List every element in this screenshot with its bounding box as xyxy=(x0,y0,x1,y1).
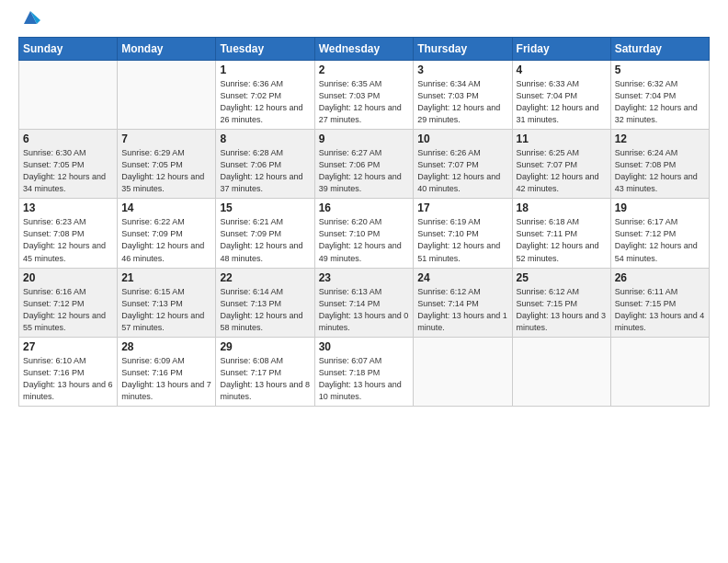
day-info: Sunrise: 6:11 AM Sunset: 7:15 PM Dayligh… xyxy=(615,286,705,334)
day-info: Sunrise: 6:28 AM Sunset: 7:06 PM Dayligh… xyxy=(220,147,310,195)
calendar-cell: 18Sunrise: 6:18 AM Sunset: 7:11 PM Dayli… xyxy=(512,199,610,268)
calendar-cell: 29Sunrise: 6:08 AM Sunset: 7:17 PM Dayli… xyxy=(216,337,314,406)
day-number: 5 xyxy=(615,63,705,76)
calendar-cell: 1Sunrise: 6:36 AM Sunset: 7:02 PM Daylig… xyxy=(216,61,314,130)
day-info: Sunrise: 6:30 AM Sunset: 7:05 PM Dayligh… xyxy=(23,147,113,195)
calendar-cell: 11Sunrise: 6:25 AM Sunset: 7:07 PM Dayli… xyxy=(512,130,610,199)
day-number: 18 xyxy=(517,201,607,214)
page: SundayMondayTuesdayWednesdayThursdayFrid… xyxy=(0,0,728,563)
day-info: Sunrise: 6:18 AM Sunset: 7:11 PM Dayligh… xyxy=(517,216,607,264)
calendar-cell: 28Sunrise: 6:09 AM Sunset: 7:16 PM Dayli… xyxy=(118,337,216,406)
calendar-cell: 5Sunrise: 6:32 AM Sunset: 7:04 PM Daylig… xyxy=(610,61,709,130)
day-number: 27 xyxy=(23,340,113,353)
calendar-week-row: 13Sunrise: 6:23 AM Sunset: 7:08 PM Dayli… xyxy=(19,199,710,268)
calendar-cell: 16Sunrise: 6:20 AM Sunset: 7:10 PM Dayli… xyxy=(314,199,414,268)
calendar-cell: 10Sunrise: 6:26 AM Sunset: 7:07 PM Dayli… xyxy=(414,130,512,199)
day-number: 30 xyxy=(319,340,410,353)
calendar-cell: 14Sunrise: 6:22 AM Sunset: 7:09 PM Dayli… xyxy=(118,199,216,268)
calendar-week-row: 6Sunrise: 6:30 AM Sunset: 7:05 PM Daylig… xyxy=(19,130,710,199)
calendar-header-friday: Friday xyxy=(512,38,610,61)
logo xyxy=(18,15,40,28)
calendar-cell: 15Sunrise: 6:21 AM Sunset: 7:09 PM Dayli… xyxy=(216,199,314,268)
calendar-cell: 27Sunrise: 6:10 AM Sunset: 7:16 PM Dayli… xyxy=(19,337,118,406)
calendar-cell: 21Sunrise: 6:15 AM Sunset: 7:13 PM Dayli… xyxy=(118,268,216,337)
calendar-cell: 22Sunrise: 6:14 AM Sunset: 7:13 PM Dayli… xyxy=(216,268,314,337)
day-info: Sunrise: 6:10 AM Sunset: 7:16 PM Dayligh… xyxy=(23,355,113,403)
day-number: 2 xyxy=(319,63,410,76)
calendar-cell: 3Sunrise: 6:34 AM Sunset: 7:03 PM Daylig… xyxy=(414,61,512,130)
day-info: Sunrise: 6:12 AM Sunset: 7:14 PM Dayligh… xyxy=(417,286,507,334)
day-number: 11 xyxy=(517,132,607,145)
day-info: Sunrise: 6:12 AM Sunset: 7:15 PM Dayligh… xyxy=(517,286,607,334)
day-info: Sunrise: 6:21 AM Sunset: 7:09 PM Dayligh… xyxy=(220,216,310,264)
day-info: Sunrise: 6:25 AM Sunset: 7:07 PM Dayligh… xyxy=(517,147,607,195)
calendar-cell: 4Sunrise: 6:33 AM Sunset: 7:04 PM Daylig… xyxy=(512,61,610,130)
day-number: 6 xyxy=(23,132,113,145)
calendar-cell: 6Sunrise: 6:30 AM Sunset: 7:05 PM Daylig… xyxy=(19,130,118,199)
day-info: Sunrise: 6:13 AM Sunset: 7:14 PM Dayligh… xyxy=(319,286,410,334)
day-number: 28 xyxy=(121,340,211,353)
calendar-cell: 23Sunrise: 6:13 AM Sunset: 7:14 PM Dayli… xyxy=(314,268,414,337)
day-info: Sunrise: 6:14 AM Sunset: 7:13 PM Dayligh… xyxy=(220,286,310,334)
calendar-cell: 7Sunrise: 6:29 AM Sunset: 7:05 PM Daylig… xyxy=(118,130,216,199)
day-info: Sunrise: 6:20 AM Sunset: 7:10 PM Dayligh… xyxy=(319,216,410,264)
day-info: Sunrise: 6:17 AM Sunset: 7:12 PM Dayligh… xyxy=(615,216,705,264)
day-info: Sunrise: 6:26 AM Sunset: 7:07 PM Dayligh… xyxy=(417,147,507,195)
calendar-header-saturday: Saturday xyxy=(610,38,709,61)
calendar-cell: 12Sunrise: 6:24 AM Sunset: 7:08 PM Dayli… xyxy=(610,130,709,199)
day-number: 16 xyxy=(319,201,410,214)
calendar-header-sunday: Sunday xyxy=(19,38,118,61)
calendar-cell xyxy=(512,337,610,406)
calendar-cell: 26Sunrise: 6:11 AM Sunset: 7:15 PM Dayli… xyxy=(610,268,709,337)
day-number: 20 xyxy=(23,271,113,284)
day-info: Sunrise: 6:29 AM Sunset: 7:05 PM Dayligh… xyxy=(121,147,211,195)
day-number: 1 xyxy=(220,63,310,76)
day-number: 10 xyxy=(417,132,507,145)
calendar-cell xyxy=(118,61,216,130)
day-info: Sunrise: 6:15 AM Sunset: 7:13 PM Dayligh… xyxy=(121,286,211,334)
day-info: Sunrise: 6:34 AM Sunset: 7:03 PM Dayligh… xyxy=(417,78,507,126)
day-info: Sunrise: 6:16 AM Sunset: 7:12 PM Dayligh… xyxy=(23,286,113,334)
calendar-week-row: 20Sunrise: 6:16 AM Sunset: 7:12 PM Dayli… xyxy=(19,268,710,337)
day-info: Sunrise: 6:07 AM Sunset: 7:18 PM Dayligh… xyxy=(319,355,410,403)
day-number: 9 xyxy=(319,132,410,145)
day-info: Sunrise: 6:33 AM Sunset: 7:04 PM Dayligh… xyxy=(517,78,607,126)
day-number: 29 xyxy=(220,340,310,353)
day-number: 26 xyxy=(615,271,705,284)
calendar-cell: 24Sunrise: 6:12 AM Sunset: 7:14 PM Dayli… xyxy=(414,268,512,337)
day-info: Sunrise: 6:08 AM Sunset: 7:17 PM Dayligh… xyxy=(220,355,310,403)
calendar-header-row: SundayMondayTuesdayWednesdayThursdayFrid… xyxy=(19,38,710,61)
calendar-week-row: 1Sunrise: 6:36 AM Sunset: 7:02 PM Daylig… xyxy=(19,61,710,130)
calendar-cell: 17Sunrise: 6:19 AM Sunset: 7:10 PM Dayli… xyxy=(414,199,512,268)
calendar-header-monday: Monday xyxy=(118,38,216,61)
day-number: 12 xyxy=(615,132,705,145)
calendar-cell: 9Sunrise: 6:27 AM Sunset: 7:06 PM Daylig… xyxy=(314,130,414,199)
day-number: 21 xyxy=(121,271,211,284)
calendar-header-thursday: Thursday xyxy=(414,38,512,61)
calendar-week-row: 27Sunrise: 6:10 AM Sunset: 7:16 PM Dayli… xyxy=(19,337,710,406)
day-number: 3 xyxy=(417,63,507,76)
calendar-table: SundayMondayTuesdayWednesdayThursdayFrid… xyxy=(18,37,710,407)
day-info: Sunrise: 6:09 AM Sunset: 7:16 PM Dayligh… xyxy=(121,355,211,403)
calendar-cell xyxy=(19,61,118,130)
header xyxy=(18,15,710,28)
day-number: 19 xyxy=(615,201,705,214)
calendar-cell: 30Sunrise: 6:07 AM Sunset: 7:18 PM Dayli… xyxy=(314,337,414,406)
calendar-cell: 8Sunrise: 6:28 AM Sunset: 7:06 PM Daylig… xyxy=(216,130,314,199)
day-number: 8 xyxy=(220,132,310,145)
day-number: 13 xyxy=(23,201,113,214)
day-info: Sunrise: 6:32 AM Sunset: 7:04 PM Dayligh… xyxy=(615,78,705,126)
calendar-cell: 13Sunrise: 6:23 AM Sunset: 7:08 PM Dayli… xyxy=(19,199,118,268)
calendar-cell: 20Sunrise: 6:16 AM Sunset: 7:12 PM Dayli… xyxy=(19,268,118,337)
day-info: Sunrise: 6:24 AM Sunset: 7:08 PM Dayligh… xyxy=(615,147,705,195)
calendar-cell: 2Sunrise: 6:35 AM Sunset: 7:03 PM Daylig… xyxy=(314,61,414,130)
day-info: Sunrise: 6:22 AM Sunset: 7:09 PM Dayligh… xyxy=(121,216,211,264)
day-info: Sunrise: 6:23 AM Sunset: 7:08 PM Dayligh… xyxy=(23,216,113,264)
day-info: Sunrise: 6:36 AM Sunset: 7:02 PM Dayligh… xyxy=(220,78,310,126)
calendar-cell xyxy=(414,337,512,406)
day-number: 23 xyxy=(319,271,410,284)
calendar-header-wednesday: Wednesday xyxy=(314,38,414,61)
calendar-cell xyxy=(610,337,709,406)
day-number: 24 xyxy=(417,271,507,284)
day-number: 15 xyxy=(220,201,310,214)
